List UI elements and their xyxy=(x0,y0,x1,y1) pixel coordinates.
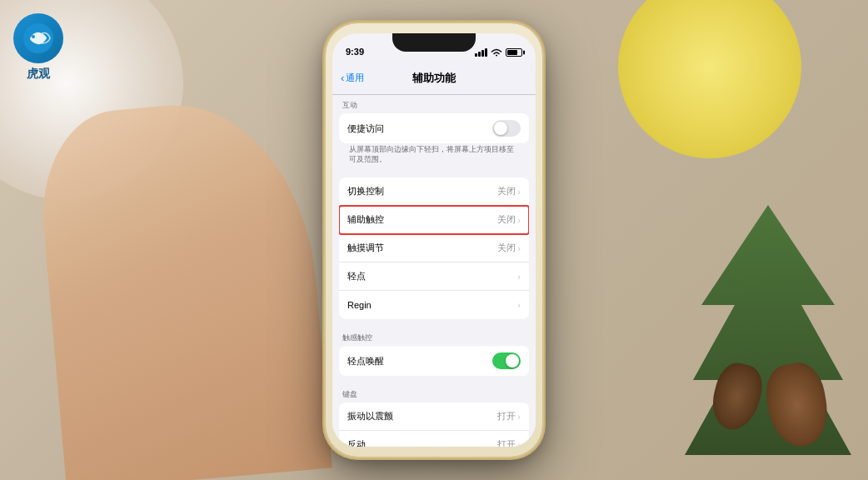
chevron-icon: › xyxy=(517,272,521,282)
bg-pine-area xyxy=(518,188,868,480)
wifi-icon xyxy=(491,48,502,57)
section-header-interaction: 互动 xyxy=(339,95,529,113)
vibration-label: 振动以震颤 xyxy=(347,410,393,422)
battery-icon xyxy=(506,48,522,57)
section-interaction-items: 便捷访问 xyxy=(339,113,529,143)
chevron-icon: › xyxy=(517,243,521,253)
settings-content: 互动 便捷访问 从屏幕顶部向边缘向下轻扫，将屏幕上方项目移至可及范围。 xyxy=(332,95,536,447)
section-haptic-items: 轻点唤醒 xyxy=(339,346,529,376)
vibration-value: 打开 › xyxy=(497,410,521,422)
status-icons xyxy=(475,48,522,58)
tap-wake-toggle[interactable] xyxy=(492,352,521,369)
tap-value: › xyxy=(517,272,521,282)
signal-icon xyxy=(475,48,487,57)
reaction-value: 打开 › xyxy=(497,438,521,447)
section-keyboard: 键盘 振动以震颤 打开 › 反动 打开 xyxy=(339,384,529,447)
nav-back-button[interactable]: ‹ 通用 xyxy=(341,72,364,84)
section-interaction: 互动 便捷访问 从屏幕顶部向边缘向下轻扫，将屏幕上方项目移至可及范围。 xyxy=(339,95,529,169)
phone-wrapper: 9:39 xyxy=(326,23,542,457)
quick-access-toggle[interactable] xyxy=(492,120,521,137)
section-keyboard-items: 振动以震颤 打开 › 反动 打开 › xyxy=(339,402,529,447)
phone-screen: 9:39 xyxy=(332,33,536,447)
brand-logo: 虎观 xyxy=(13,13,67,67)
logo-circle xyxy=(13,13,63,63)
touch-adjust-value: 关闭 › xyxy=(497,242,521,254)
chevron-icon: › xyxy=(517,215,521,225)
logo-icon xyxy=(23,23,53,53)
back-chevron-icon: ‹ xyxy=(341,72,344,84)
nav-title: 辅助功能 xyxy=(412,71,456,86)
row-touch-adjust[interactable]: 触摸调节 关闭 › xyxy=(339,234,529,262)
assistive-touch-label: 辅助触控 xyxy=(347,213,384,226)
row-tap[interactable]: 轻点 › xyxy=(339,262,529,291)
switch-control-value: 关闭 › xyxy=(497,185,521,198)
reaction-label: 反动 xyxy=(347,438,366,447)
quick-access-label: 便捷访问 xyxy=(347,122,384,135)
section-header-haptic: 触感触控 xyxy=(339,328,529,346)
touch-adjust-label: 触摸调节 xyxy=(347,242,384,254)
chevron-icon: › xyxy=(517,187,521,197)
row-reaction[interactable]: 反动 打开 › xyxy=(339,431,529,447)
row-tap-wake[interactable]: 轻点唤醒 xyxy=(339,346,529,376)
regin-value: › xyxy=(517,300,521,310)
section-haptic: 触感触控 轻点唤醒 xyxy=(339,328,529,376)
phone-notch xyxy=(392,33,476,52)
tap-wake-label: 轻点唤醒 xyxy=(347,355,384,368)
svg-point-1 xyxy=(32,35,35,38)
section-header-keyboard: 键盘 xyxy=(339,384,529,402)
chevron-icon: › xyxy=(517,440,521,447)
toggle-knob xyxy=(506,354,519,368)
row-regin[interactable]: Regin › xyxy=(339,291,529,319)
toggle-knob xyxy=(494,122,507,135)
section-switch-touch: 切换控制 关闭 › 辅助触控 关闭 › xyxy=(339,178,529,319)
chevron-icon: › xyxy=(517,300,521,310)
assistive-touch-value: 关闭 › xyxy=(497,213,521,226)
nav-bar: ‹ 通用 辅助功能 xyxy=(332,62,536,95)
section-switch-touch-items: 切换控制 关闭 › 辅助触控 关闭 › xyxy=(339,178,529,319)
regin-label: Regin xyxy=(347,300,372,310)
logo-text: 虎观 xyxy=(13,67,63,82)
chevron-icon: › xyxy=(517,412,521,422)
status-time: 9:39 xyxy=(346,47,364,58)
row-quick-access[interactable]: 便捷访问 xyxy=(339,113,529,143)
quick-access-description: 从屏幕顶部向边缘向下轻扫，将屏幕上方项目移至可及范围。 xyxy=(339,143,529,169)
tap-label: 轻点 xyxy=(347,270,366,282)
switch-control-label: 切换控制 xyxy=(347,185,384,198)
phone-device: 9:39 xyxy=(326,23,542,457)
row-assistive-touch[interactable]: 辅助触控 关闭 › xyxy=(339,206,529,234)
nav-back-label: 通用 xyxy=(346,72,364,84)
row-switch-control[interactable]: 切换控制 关闭 › xyxy=(339,178,529,206)
row-vibration[interactable]: 振动以震颤 打开 › xyxy=(339,402,529,431)
